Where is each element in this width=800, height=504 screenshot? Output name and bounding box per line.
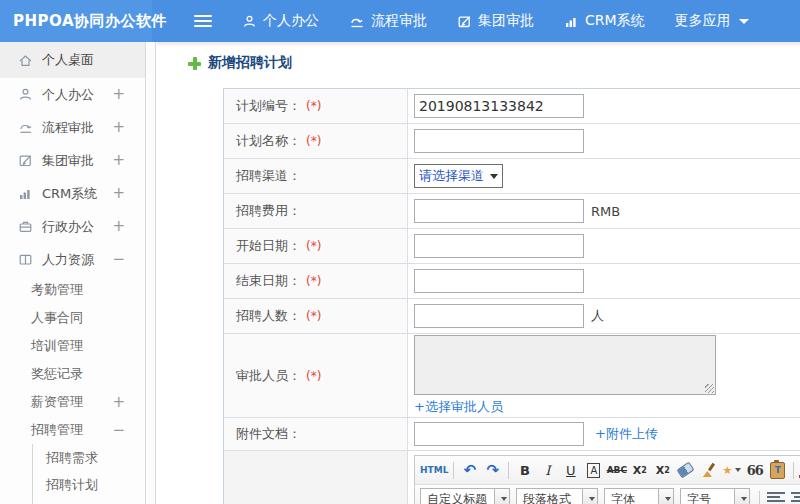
caret-down-icon: [739, 19, 749, 24]
required-mark: (*): [306, 369, 321, 383]
field-label: 计划名称：(*): [224, 124, 408, 158]
edit-icon: [17, 153, 33, 169]
superscript-button[interactable]: X2: [629, 459, 650, 481]
attachment-input[interactable]: [414, 422, 584, 446]
quick-format-button[interactable]: ★: [721, 459, 742, 481]
caret-down-icon: [490, 174, 498, 179]
font-size-dropdown[interactable]: 字号: [680, 488, 750, 504]
id-card-icon: [17, 252, 33, 268]
boxed-letter-button[interactable]: A: [583, 459, 604, 481]
sidebar-item-workflow-approval[interactable]: 流程审批 +: [0, 111, 145, 144]
expand-plus-icon[interactable]: +: [112, 87, 125, 102]
user-icon: [17, 87, 33, 103]
field-label: [224, 451, 408, 504]
sidebar-item-recruit-demand[interactable]: 招聘需求: [33, 444, 145, 471]
bar-chart-icon: [17, 186, 33, 202]
form-row-start-date: 开始日期：(*): [224, 229, 800, 264]
italic-button[interactable]: I: [537, 459, 558, 481]
expand-plus-icon[interactable]: +: [112, 186, 125, 201]
main-content: 新增招聘计划 计划编号：(*) 计划名称：(*) 招聘渠道：: [157, 42, 800, 504]
nav-workflow-approval[interactable]: 流程审批: [349, 12, 427, 30]
caret-down-icon: [501, 497, 507, 501]
briefcase-icon: [17, 219, 33, 235]
nav-group-approval[interactable]: 集团审批: [457, 12, 534, 30]
sidebar-item-talent-pool[interactable]: 人才库: [33, 498, 145, 504]
caret-down-icon: [735, 468, 741, 472]
wand-icon: ★: [722, 464, 732, 477]
currency-suffix: RMB: [591, 204, 620, 219]
approvers-textarea[interactable]: [414, 335, 716, 395]
underline-button[interactable]: U: [560, 459, 581, 481]
collapse-minus-icon[interactable]: −: [112, 252, 125, 267]
eraser-icon: [677, 462, 695, 479]
field-label: 审批人员：(*): [224, 334, 408, 417]
plan-number-input[interactable]: [414, 94, 584, 118]
sidebar-item-training[interactable]: 培训管理: [0, 332, 145, 360]
add-plus-icon: [188, 57, 201, 70]
expand-plus-icon[interactable]: +: [112, 393, 125, 411]
caret-down-icon: [741, 497, 747, 501]
expand-plus-icon[interactable]: +: [112, 219, 125, 234]
sidebar-scrollbar[interactable]: [147, 42, 156, 504]
sidebar-item-attendance[interactable]: 考勤管理: [0, 276, 145, 304]
paragraph-format-dropdown[interactable]: 段落格式: [516, 488, 598, 504]
required-mark: (*): [306, 239, 321, 253]
collapse-minus-icon[interactable]: −: [112, 421, 125, 439]
form-row-editor: HTML ↶ ↷ B I U A ABC X2 X2 ★: [224, 451, 800, 504]
field-label: 开始日期：(*): [224, 229, 408, 263]
sidebar-item-rewards[interactable]: 奖惩记录: [0, 360, 145, 388]
recruit-plan-form: 计划编号：(*) 计划名称：(*) 招聘渠道： 请选择渠道: [223, 88, 800, 504]
sidebar-item-recruit-mgmt[interactable]: 招聘管理 −: [0, 416, 145, 444]
top-nav: 个人办公 流程审批 集团审批 CRM系统 更多应用: [242, 12, 749, 30]
expand-plus-icon[interactable]: +: [112, 153, 125, 168]
undo-button[interactable]: ↶: [459, 459, 480, 481]
eraser-button[interactable]: [675, 459, 696, 481]
sidebar-item-hr-contract[interactable]: 人事合同: [0, 304, 145, 332]
nav-personal-office[interactable]: 个人办公: [242, 12, 319, 30]
end-date-input[interactable]: [414, 269, 584, 293]
sidebar-item-crm[interactable]: CRM系统 +: [0, 177, 145, 210]
paste-button[interactable]: T: [767, 459, 788, 481]
edit-icon: [457, 14, 472, 29]
expand-plus-icon[interactable]: +: [112, 120, 125, 135]
channel-select[interactable]: 请选择渠道: [414, 164, 503, 188]
font-family-dropdown[interactable]: 字体: [604, 488, 674, 504]
align-left-button[interactable]: [765, 488, 787, 504]
bold-button[interactable]: B: [514, 459, 535, 481]
caret-down-icon: [589, 497, 595, 501]
align-center-button[interactable]: [789, 488, 800, 504]
sidebar-item-hr[interactable]: 人力资源 −: [0, 243, 145, 276]
attachment-upload-link[interactable]: +附件上传: [595, 425, 658, 443]
sidebar-item-personal-desktop[interactable]: 个人桌面: [0, 42, 145, 78]
sidebar-item-group-approval[interactable]: 集团审批 +: [0, 144, 145, 177]
headcount-input[interactable]: [414, 304, 584, 328]
start-date-input[interactable]: [414, 234, 584, 258]
strikethrough-button[interactable]: ABC: [606, 459, 627, 481]
nav-crm-system[interactable]: CRM系统: [564, 12, 645, 30]
home-icon: [17, 52, 33, 68]
cost-input[interactable]: [414, 199, 584, 223]
subscript-button[interactable]: X2: [652, 459, 673, 481]
workflow-icon: [349, 14, 365, 29]
redo-button[interactable]: ↷: [482, 459, 503, 481]
top-navigation-bar: PHPOA协同办公软件 个人办公 流程审批 集团审批 CRM系统 更多应用: [0, 0, 800, 42]
user-icon: [242, 14, 257, 29]
sidebar-item-salary[interactable]: 薪资管理 +: [0, 388, 145, 416]
blockquote-button[interactable]: 66: [744, 459, 765, 481]
hamburger-menu-icon[interactable]: [194, 15, 212, 27]
field-label: 结束日期：(*): [224, 264, 408, 298]
sidebar-item-recruit-plan[interactable]: 招聘计划: [33, 471, 145, 498]
workflow-icon: [17, 120, 33, 136]
nav-more-apps[interactable]: 更多应用: [675, 12, 749, 30]
source-code-button[interactable]: HTML: [420, 459, 448, 481]
format-brush-button[interactable]: [698, 459, 719, 481]
plan-name-input[interactable]: [414, 129, 584, 153]
form-row-plan-number: 计划编号：(*): [224, 89, 800, 124]
recruit-submenu: 招聘需求 招聘计划 人才库: [32, 444, 145, 504]
custom-title-dropdown[interactable]: 自定义标题: [420, 488, 510, 504]
sidebar: 个人桌面 个人办公 + 流程审批 + 集团审批 + CRM系统 + 行政办公 +…: [0, 42, 146, 504]
choose-approvers-link[interactable]: +选择审批人员: [414, 398, 503, 416]
sidebar-item-personal-office[interactable]: 个人办公 +: [0, 78, 145, 111]
sidebar-item-admin-office[interactable]: 行政办公 +: [0, 210, 145, 243]
editor-toolbar-row1: HTML ↶ ↷ B I U A ABC X2 X2 ★: [415, 456, 800, 485]
